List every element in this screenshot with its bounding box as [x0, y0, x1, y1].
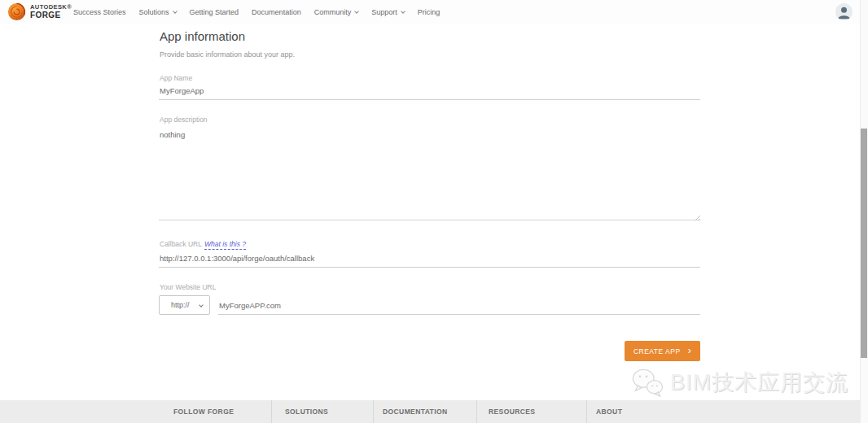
- nav-community[interactable]: Community: [314, 8, 359, 16]
- brand-forge: FORGE: [30, 11, 72, 20]
- chevron-down-icon: [401, 9, 406, 14]
- chevron-down-icon: [173, 9, 178, 14]
- nav-getting-started[interactable]: Getting Started: [190, 8, 239, 16]
- website-url-label: Your Website URL: [160, 283, 216, 291]
- nav-support-label: Support: [371, 8, 397, 16]
- app-name-input[interactable]: [159, 84, 700, 100]
- what-is-this-link[interactable]: What is this ?: [204, 240, 246, 250]
- protocol-value: http://: [171, 301, 190, 309]
- top-nav-bar: AUTODESK® FORGE Success Stories Solution…: [0, 0, 868, 24]
- page-title: App information: [160, 29, 245, 43]
- footer-col-resources: RESOURCES: [489, 408, 535, 416]
- autodesk-forge-logo[interactable]: AUTODESK® FORGE: [7, 2, 72, 21]
- footer-divider: [586, 400, 587, 423]
- create-app-label: CREATE APP: [633, 347, 681, 355]
- create-app-button[interactable]: CREATE APP ›: [625, 341, 700, 361]
- forge-create-app-page: AUTODESK® FORGE Success Stories Solution…: [0, 0, 868, 423]
- chevron-down-icon: [199, 303, 204, 307]
- nav-solutions[interactable]: Solutions: [139, 8, 177, 16]
- callback-url-input[interactable]: [159, 251, 700, 268]
- app-description-label: App description: [160, 116, 208, 124]
- nav-community-label: Community: [314, 8, 352, 16]
- watermark-text: BIM技术应用交流: [670, 368, 848, 397]
- footer-col-documentation: DOCUMENTATION: [383, 408, 448, 416]
- footer-divider: [271, 400, 272, 423]
- nav-success-stories[interactable]: Success Stories: [73, 8, 126, 16]
- website-url-input[interactable]: [218, 299, 700, 315]
- footer-col-follow-forge: FOLLOW FORGE: [173, 408, 234, 416]
- logo-text: AUTODESK® FORGE: [30, 4, 72, 20]
- person-icon: [835, 3, 853, 20]
- nav-pricing[interactable]: Pricing: [418, 8, 441, 16]
- nav-support[interactable]: Support: [371, 8, 405, 16]
- app-name-label: App Name: [160, 74, 192, 82]
- primary-nav: Success Stories Solutions Getting Starte…: [73, 0, 440, 24]
- footer-col-solutions: SOLUTIONS: [285, 408, 328, 416]
- chevron-down-icon: [354, 9, 359, 14]
- wechat-icon: [631, 367, 664, 398]
- app-description-textarea[interactable]: nothing: [159, 125, 700, 220]
- page-subtitle: Provide basic information about your app…: [160, 50, 295, 59]
- footer-divider: [476, 400, 477, 423]
- vertical-scrollbar-thumb[interactable]: [861, 129, 867, 358]
- footer-col-about: ABOUT: [596, 408, 622, 416]
- forge-sphere-icon: [7, 2, 26, 21]
- footer-divider: [373, 400, 374, 423]
- user-avatar[interactable]: [835, 3, 853, 20]
- watermark: BIM技术应用交流: [631, 367, 848, 398]
- footer: FOLLOW FORGE SOLUTIONS DOCUMENTATION RES…: [0, 400, 868, 423]
- brand-autodesk: AUTODESK®: [30, 4, 72, 11]
- nav-solutions-label: Solutions: [139, 8, 169, 16]
- nav-documentation[interactable]: Documentation: [252, 8, 301, 16]
- vertical-scrollbar-track[interactable]: [860, 0, 868, 423]
- protocol-select[interactable]: http://: [159, 295, 210, 315]
- chevron-right-icon: ›: [688, 346, 692, 355]
- callback-url-label: Callback URL: [160, 240, 202, 248]
